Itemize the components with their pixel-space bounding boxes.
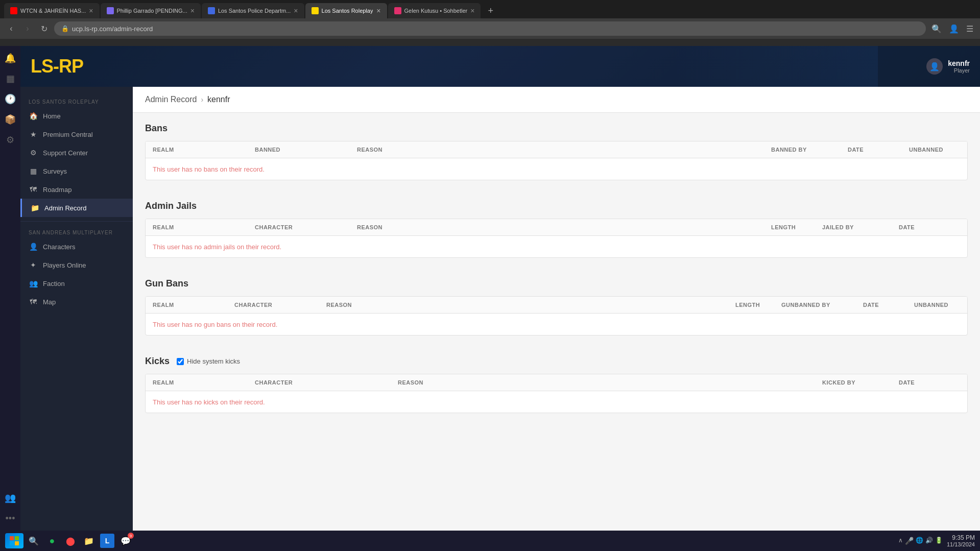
browser-tabs: WTCN & JAHREİN HAS... × Phillip Garrado … (0, 0, 980, 18)
windows-logo (10, 536, 19, 545)
address-text: ucp.ls-rp.com/admin-record (72, 25, 153, 33)
taskbar-chevron[interactable]: ∧ (898, 537, 903, 545)
browser-tab-3[interactable]: Los Santos Police Departm... × (202, 3, 304, 18)
address-bar[interactable]: 🔒 ucp.ls-rp.com/admin-record (54, 21, 926, 36)
sidebar-label-faction: Faction (43, 280, 65, 288)
svg-rect-0 (10, 536, 14, 540)
sidebar-item-characters[interactable]: 👤 Characters (20, 237, 133, 256)
ajail-col-realm: Realm (153, 224, 255, 230)
forward-button[interactable]: › (21, 22, 34, 35)
profile-icon[interactable]: 👤 (947, 22, 961, 35)
taskbar-search[interactable]: 🔍 (27, 534, 41, 548)
taskbar-app1[interactable]: ⬤ (63, 534, 78, 548)
start-button[interactable] (5, 533, 23, 548)
bans-col-date: Date (848, 147, 909, 153)
tab-close-1[interactable]: × (89, 7, 93, 15)
taskbar-right: ∧ 🎤 🌐 🔊 🔋 9:35 PM 11/13/2024 (898, 534, 975, 547)
hide-system-kicks-checkbox[interactable] (177, 358, 184, 365)
kicks-empty-message: This user has no kicks on their record. (153, 398, 265, 406)
bans-empty-message: This user has no bans on their record. (153, 165, 265, 173)
sidebar-icon-users[interactable]: 👥 (3, 491, 17, 505)
header-bg (674, 46, 878, 87)
main-layout: LOS SANTOS ROLEPLAY 🏠 Home ★ Premium Cen… (20, 87, 980, 531)
settings-icon[interactable]: ☰ (965, 22, 975, 35)
taskbar-clock[interactable]: 9:35 PM 11/13/2024 (947, 534, 975, 547)
avatar: 👤 (926, 58, 943, 75)
content-area: Admin Record › kennfr Bans Realm Banned … (133, 87, 980, 531)
sidebar-icon-notification[interactable]: 🔔 (3, 51, 17, 65)
sidebar-icon-grid[interactable]: ▦ (3, 71, 17, 86)
gun-bans-section: Gun Bans Realm Character Reason Length G… (133, 268, 980, 346)
breadcrumb-root[interactable]: Admin Record (145, 95, 197, 104)
sidebar-label-characters: Characters (43, 243, 76, 251)
character-icon: 👤 (29, 242, 38, 251)
sidebar-icon-settings[interactable]: ⚙ (3, 133, 17, 147)
taskbar-files[interactable]: 📁 (82, 534, 96, 548)
discord-badge: 9 (128, 533, 134, 539)
sidebar-item-support[interactable]: ⚙ Support Center (20, 143, 133, 162)
taskbar-battery[interactable]: 🔋 (935, 537, 943, 545)
search-icon[interactable]: 🔍 (930, 22, 943, 35)
taskbar-mic[interactable]: 🎤 (905, 537, 914, 545)
admin-jails-section: Admin Jails Realm Character Reason Lengt… (133, 190, 980, 268)
taskbar-network[interactable]: 🌐 (916, 537, 923, 545)
sidebar-item-map[interactable]: 🗺 Map (20, 293, 133, 311)
logo-ls: LS (31, 56, 53, 77)
sidebar-icon-more[interactable]: ••• (3, 511, 17, 525)
tab-favicon-5 (394, 7, 401, 14)
tab-close-3[interactable]: × (294, 7, 298, 15)
hide-system-kicks-label[interactable]: Hide system kicks (177, 357, 240, 365)
taskbar-discord[interactable]: 💬 9 (118, 534, 133, 548)
browser-tab-1[interactable]: WTCN & JAHREİN HAS... × (4, 3, 100, 18)
reload-button[interactable]: ↻ (38, 22, 50, 35)
bans-col-bannedby: Banned By (771, 147, 848, 153)
browser-tab-5[interactable]: Gelen Kutusu • Sohbetler × (388, 3, 481, 18)
new-tab-button[interactable]: + (482, 3, 500, 18)
browser-tab-2[interactable]: Phillip Garrado [PENDING... × (101, 3, 201, 18)
header-username: kennfr (948, 59, 970, 67)
site-header: LS-RP 👤 kennfr Player (20, 46, 980, 87)
tab-close-5[interactable]: × (470, 7, 474, 15)
folder-icon: 📁 (30, 203, 39, 212)
taskbar-spotify[interactable]: ● (45, 534, 59, 548)
back-button[interactable]: ‹ (5, 22, 17, 35)
browser-tab-4[interactable]: Los Santos Roleplay × (305, 3, 387, 18)
header-role: Player (948, 67, 970, 74)
kicks-table-body: This user has no kicks on their record. (146, 391, 967, 413)
svg-rect-3 (15, 541, 19, 545)
sidebar-item-players[interactable]: ✦ Players Online (20, 256, 133, 274)
sidebar-icon-box[interactable]: 📦 (3, 112, 17, 127)
tab-close-4[interactable]: × (376, 7, 380, 15)
tab-favicon-2 (107, 7, 114, 14)
roadmap-icon: 🗺 (29, 185, 38, 194)
kicks-col-reason: Reason (398, 379, 822, 386)
sidebar-label-roadmap: Roadmap (43, 186, 71, 194)
tab-close-2[interactable]: × (190, 7, 195, 15)
sidebar-item-admin-record[interactable]: 📁 Admin Record (20, 199, 133, 217)
ajail-col-char: Character (255, 224, 357, 230)
gunban-col-date: Date (863, 302, 914, 308)
sidebar-label-admin-record: Admin Record (44, 204, 86, 212)
sidebar-icon-history[interactable]: 🕐 (3, 92, 17, 106)
sidebar-item-faction[interactable]: 👥 Faction (20, 274, 133, 293)
kicks-table: Realm Character Reason Kicked By Date Th… (145, 374, 968, 413)
gunban-col-char: Character (234, 302, 326, 308)
taskbar-volume[interactable]: 🔊 (925, 537, 933, 545)
taskbar-l[interactable]: L (100, 534, 114, 548)
tab-label-3: Los Santos Police Departm... (218, 8, 291, 14)
ajail-table-header: Realm Character Reason Length Jailed By … (146, 219, 967, 236)
sidebar-item-surveys[interactable]: ▦ Surveys (20, 162, 133, 180)
ajail-col-jailedby: Jailed By (822, 224, 899, 230)
bans-title: Bans (145, 123, 968, 134)
taskbar-date: 11/13/2024 (947, 541, 975, 547)
tab-label-2: Phillip Garrado [PENDING... (117, 8, 187, 14)
sidebar-label-players: Players Online (43, 261, 86, 269)
gunban-table-body: This user has no gun bans on their recor… (146, 314, 967, 335)
sidebar-item-home[interactable]: 🏠 Home (20, 107, 133, 125)
bans-table: Realm Banned Reason Banned By Date Unban… (145, 141, 968, 180)
sidebar-item-premium[interactable]: ★ Premium Central (20, 125, 133, 143)
bans-col-banned: Banned (255, 147, 357, 153)
sidebar-item-roadmap[interactable]: 🗺 Roadmap (20, 180, 133, 199)
admin-jails-title: Admin Jails (145, 201, 968, 211)
gunban-col-gunbannedby: Gunbanned By (781, 302, 863, 308)
